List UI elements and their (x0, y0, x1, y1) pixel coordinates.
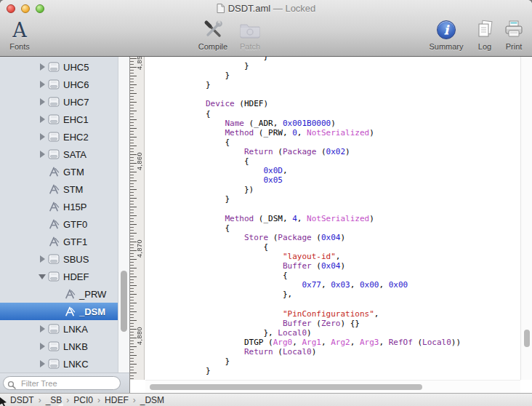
fonts-label: Fonts (4, 42, 35, 51)
breadcrumb-separator: › (133, 395, 136, 405)
code-line: Return (Package (0x02) (167, 147, 520, 156)
code-line: Method (_PRW, 0, NotSerialized) (167, 128, 520, 138)
device-icon (48, 149, 60, 159)
sidebar-item-ehc2[interactable]: EHC2 (0, 128, 118, 146)
disclosure-spacer (38, 202, 48, 212)
sidebar-item-gtm[interactable]: GTM (0, 163, 118, 180)
sidebar-item-h15p[interactable]: H15P (0, 198, 118, 215)
ruler-label: 4,850 (136, 57, 143, 70)
mouse-cursor (0, 397, 7, 406)
sidebar-item-label: EHC1 (63, 114, 89, 125)
sidebar-item-sata[interactable]: SATA (0, 146, 118, 163)
compile-button[interactable]: Compile (193, 18, 233, 51)
sidebar-item-dsm[interactable]: _DSM (0, 303, 118, 320)
compile-icon (193, 18, 233, 41)
disclosure-collapsed-icon[interactable] (38, 79, 48, 89)
device-icon (48, 114, 60, 124)
sidebar-item-hdef[interactable]: HDEF (0, 268, 118, 285)
sidebar-item-label: GTF0 (63, 219, 87, 230)
breadcrumb-item-dsm[interactable]: _DSM (140, 395, 164, 405)
editor-horizontal-scrollbar-thumb[interactable] (150, 384, 422, 390)
code-editor[interactable]: 4,8504,8604,8704,880 } } } } Device (HDE… (129, 57, 532, 393)
patch-icon (234, 18, 266, 41)
disclosure-collapsed-icon[interactable] (38, 149, 48, 159)
sidebar-item-prw[interactable]: _PRW (0, 285, 118, 303)
code-line: { (167, 271, 520, 280)
sidebar-item-lnkb[interactable]: LNKB (0, 338, 118, 355)
patch-button[interactable]: Patch (234, 18, 266, 51)
sidebar-scrollbar-thumb[interactable] (121, 271, 127, 332)
disclosure-spacer (38, 236, 48, 247)
breadcrumb-separator: › (39, 395, 41, 405)
disclosure-spacer (38, 167, 48, 177)
code-line: } (167, 80, 520, 89)
sidebar-item-uhc7[interactable]: UHC7 (0, 93, 118, 111)
patch-label: Patch (234, 42, 266, 51)
print-button[interactable]: Print (500, 18, 528, 51)
log-button[interactable]: Log (472, 18, 497, 51)
breadcrumb-item-pci0[interactable]: PCI0 (73, 395, 93, 405)
device-icon (48, 97, 60, 107)
code-line: }, (167, 290, 520, 299)
method-icon (48, 202, 60, 212)
method-icon (64, 289, 76, 299)
code-line: 0x0D, (167, 166, 520, 175)
window-title: DSDT.aml — Locked (0, 3, 532, 15)
disclosure-spacer (54, 289, 64, 299)
document-icon (217, 4, 225, 15)
code-line: Store (Package (0x04) (167, 233, 520, 242)
code-line: Return (Local0) (167, 347, 520, 357)
compile-label: Compile (193, 42, 233, 51)
sidebar-item-uhc6[interactable]: UHC6 (0, 76, 118, 93)
disclosure-expanded-icon[interactable] (38, 271, 48, 282)
print-label: Print (500, 42, 528, 51)
filter-input[interactable] (20, 378, 107, 389)
method-icon (48, 167, 60, 177)
fonts-button[interactable]: A Fonts (4, 18, 35, 51)
sidebar-item-label: SBUS (63, 254, 89, 265)
breadcrumb-item-dsdt[interactable]: DSDT (10, 395, 34, 405)
ruler-label: 4,860 (136, 144, 143, 170)
editor-vertical-scrollbar[interactable] (520, 57, 532, 380)
sidebar-item-uhc5[interactable]: UHC5 (0, 58, 118, 76)
sidebar-item-label: GTF1 (63, 236, 87, 247)
title-lock-state: — Locked (273, 3, 316, 14)
disclosure-collapsed-icon[interactable] (38, 359, 48, 369)
breadcrumb-item-hdef[interactable]: HDEF (105, 395, 129, 405)
disclosure-collapsed-icon[interactable] (38, 114, 48, 124)
ruler: 4,8504,8604,8704,880 (130, 57, 145, 380)
code-line: Device (HDEF) (167, 99, 520, 108)
sidebar-item-label: HDEF (63, 271, 89, 282)
sidebar-item-label: UHC7 (63, 97, 89, 108)
content-area: UHC5 UHC6 UHC7 EHC1 EHC2 SATA GTM (0, 57, 532, 393)
editor-horizontal-scrollbar[interactable] (145, 380, 520, 393)
device-icon (48, 132, 60, 142)
summary-button[interactable]: i Summary (426, 18, 467, 51)
summary-label: Summary (426, 42, 467, 51)
sidebar-item-lnka[interactable]: LNKA (0, 320, 118, 338)
disclosure-collapsed-icon[interactable] (38, 324, 48, 334)
sidebar-item-ehc1[interactable]: EHC1 (0, 111, 118, 128)
code-line (167, 299, 520, 309)
method-icon (48, 236, 60, 247)
log-icon (472, 18, 497, 41)
disclosure-collapsed-icon[interactable] (38, 132, 48, 142)
sidebar-item-lnkc[interactable]: LNKC (0, 355, 118, 373)
breadcrumb-separator: › (66, 395, 69, 405)
sidebar-item-gtf0[interactable]: GTF0 (0, 215, 118, 233)
code-line: } (167, 61, 520, 71)
disclosure-collapsed-icon[interactable] (38, 62, 48, 72)
breadcrumb-path: DSDT›_SB›PCI0›HDEF›_DSM (10, 395, 164, 405)
breadcrumb-item-sb[interactable]: _SB (46, 395, 63, 405)
sidebar-scrollbar[interactable] (118, 57, 129, 373)
device-icon (48, 254, 60, 264)
disclosure-collapsed-icon[interactable] (38, 254, 48, 264)
sidebar-item-sbus[interactable]: SBUS (0, 250, 118, 268)
code-line: } (167, 357, 520, 366)
disclosure-collapsed-icon[interactable] (38, 97, 48, 107)
sidebar-item-gtf1[interactable]: GTF1 (0, 233, 118, 250)
disclosure-collapsed-icon[interactable] (38, 341, 48, 351)
sidebar-item-stm[interactable]: STM (0, 180, 118, 198)
filter-field[interactable] (3, 376, 121, 390)
editor-vertical-scrollbar-thumb[interactable] (524, 330, 530, 347)
